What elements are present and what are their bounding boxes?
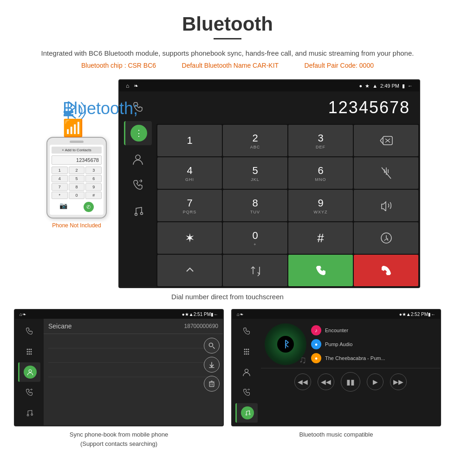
time-display: 2:49 PM [380, 83, 399, 89]
search-contact-button[interactable] [204, 338, 220, 354]
music-sidebar-transfer[interactable] [235, 383, 258, 402]
key-mute[interactable] [354, 157, 418, 189]
small-music-icon[interactable] [18, 403, 40, 423]
key-arrows-up[interactable] [157, 255, 222, 286]
skip-forward-button[interactable]: ▶▶ [390, 373, 407, 390]
home-icon: ⌂ [126, 83, 129, 89]
music-sidebar-music[interactable] [235, 403, 258, 423]
phone-key-8: 8 [69, 183, 85, 191]
delete-contacts-button[interactable] [204, 376, 220, 392]
status-left: ⌂ ❧ [126, 83, 138, 89]
key-delete[interactable] [354, 125, 418, 156]
key-4[interactable]: 4GHI [157, 157, 222, 189]
download-contacts-button[interactable] [204, 357, 220, 373]
small-keypad-icon[interactable] [18, 342, 40, 361]
key-swap[interactable] [223, 255, 287, 286]
key-5[interactable]: 5JKL [223, 157, 287, 189]
contacts-back-icon: ← [214, 312, 218, 317]
phone-key-4: 4 [52, 175, 68, 182]
music-back-icon: ← [431, 312, 436, 317]
svg-point-19 [29, 370, 32, 373]
track-row-2: ● Pump Audio [311, 337, 436, 351]
title-divider [214, 38, 241, 39]
phone-not-included-label: Phone Not Included [52, 222, 101, 229]
track-row-3: ● The Cheebacabra - Pum... [311, 351, 436, 365]
pause-button[interactable]: ▮▮ [341, 372, 360, 392]
svg-point-14 [29, 351, 30, 353]
svg-point-38 [248, 354, 249, 355]
key-8[interactable]: 8TUV [223, 190, 287, 221]
music-circle-icon [241, 406, 254, 419]
contact-row-2 [48, 348, 218, 363]
key-9[interactable]: 9WXYZ [288, 190, 353, 221]
phone-key-5: 5 [69, 175, 85, 182]
play-prev-button[interactable]: ◀◀ [294, 373, 311, 390]
phone-add-contact-label: + Add to Contacts [52, 147, 102, 154]
key-0[interactable]: 0+ [223, 222, 287, 254]
dial-caption: Dial number direct from touchscreen [0, 293, 455, 301]
music-sidebar-phone[interactable] [235, 322, 258, 341]
svg-point-33 [244, 351, 246, 353]
small-contacts-icon[interactable] [18, 362, 40, 382]
music-bt-icon: ★ [402, 312, 406, 317]
svg-point-39 [245, 369, 248, 373]
bluetooth-icon-area: Bluetooth;📶 ᐀ [58, 93, 95, 130]
phone-key-7: 7 [52, 183, 68, 191]
svg-point-21 [31, 414, 33, 416]
phone-call-button[interactable]: ✆ [84, 202, 94, 212]
sidebar-contacts-icon[interactable] [124, 147, 152, 171]
track-3-name: The Cheebacabra - Pum... [325, 355, 385, 361]
contact-name: Seicane [48, 322, 72, 330]
sidebar-call-transfer-icon[interactable] [124, 173, 152, 197]
phone-bottom-row: 📷 ✆ [52, 200, 102, 213]
small-transfer-icon[interactable] [18, 383, 40, 402]
key-hash[interactable]: # [288, 222, 353, 254]
music-status-bar: ⌂ ❧ ● ★ ▲ 2:52 PM ▮ ← [232, 310, 440, 319]
music-sidebar-contacts[interactable] [235, 362, 258, 382]
phone-display: + Add to Contacts 12345678 1 2 3 4 5 6 7… [50, 145, 104, 215]
track-1-name: Encounter [325, 328, 348, 333]
phone-key-6: 6 [85, 175, 102, 182]
keypad-grid: 1 2ABC 3DEF 4GHI 5JKL 6MNO 7PQRS 8TUV [156, 124, 419, 287]
phone-number-display: 12345678 [52, 155, 102, 165]
key-call-green[interactable] [288, 255, 353, 286]
music-sidebar [232, 319, 261, 425]
bluetooth-status-icon: ★ [365, 83, 370, 89]
small-phone-icon[interactable] [18, 322, 40, 341]
sidebar-music-icon[interactable] [124, 199, 152, 223]
svg-point-11 [29, 349, 30, 350]
svg-point-4 [141, 212, 143, 215]
key-2[interactable]: 2ABC [223, 125, 287, 156]
key-6[interactable]: 6MNO [288, 157, 353, 189]
spec-chip: Bluetooth chip : CSR BC6 [81, 62, 156, 69]
key-transfer[interactable] [354, 222, 418, 254]
music-car-screen: ⌂ ❧ ● ★ ▲ 2:52 PM ▮ ← [231, 309, 441, 426]
phone-key-hash: # [85, 192, 102, 199]
music-disc: ♫ [265, 323, 306, 365]
music-note-icon: ♫ [299, 354, 307, 366]
dialer-number-display: 12345678 [156, 91, 419, 124]
contacts-caption: Sync phone-book from mobile phone(Suppor… [14, 430, 224, 448]
phone-key-2: 2 [69, 167, 85, 174]
contacts-header: Seicane 18700000690 [44, 319, 223, 334]
music-time: 2:52 PM [411, 312, 428, 317]
key-call-red[interactable] [354, 255, 418, 286]
key-1[interactable]: 1 [157, 125, 222, 156]
key-star[interactable]: ✶ [157, 222, 222, 254]
svg-point-18 [31, 354, 32, 355]
key-volume[interactable] [354, 190, 418, 221]
key-3[interactable]: 3DEF [288, 125, 353, 156]
music-body: ♫ ♪ Encounter ● Pump Audio [232, 319, 440, 425]
track-1-icon: ♪ [311, 325, 321, 335]
spec-name: Default Bluetooth Name CAR-KIT [182, 62, 279, 69]
svg-rect-25 [209, 382, 214, 387]
music-sidebar-keypad[interactable] [235, 342, 258, 361]
location-icon: ● [359, 83, 362, 89]
svg-point-37 [246, 354, 247, 355]
contact-number: 18700000690 [184, 323, 218, 329]
play-button[interactable]: ▶ [367, 373, 384, 390]
skip-back-button[interactable]: ◀◀ [318, 373, 334, 390]
key-7[interactable]: 7PQRS [157, 190, 222, 221]
phone-key-3: 3 [85, 167, 102, 174]
car-dialer-screen: ⌂ ❧ ● ★ ▲ 2:49 PM ▮ ← ⋮ [118, 79, 420, 288]
